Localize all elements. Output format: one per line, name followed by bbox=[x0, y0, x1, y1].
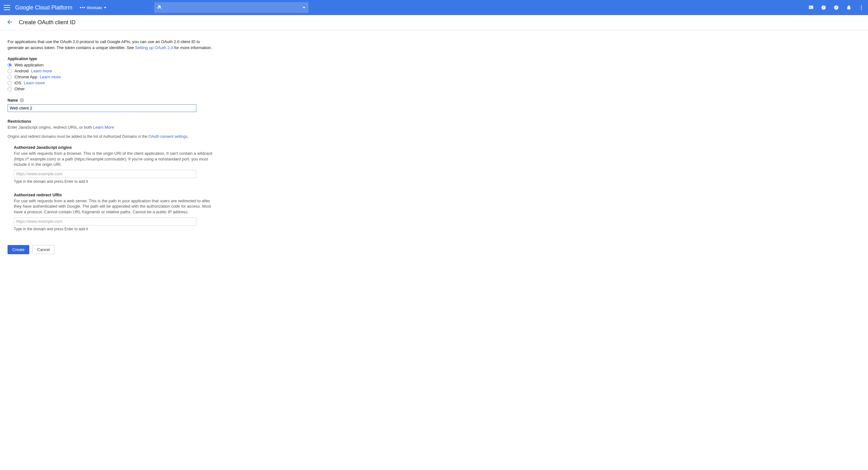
learn-more-ios[interactable]: Learn more bbox=[24, 80, 45, 86]
svg-text:?: ? bbox=[835, 6, 837, 9]
radio-chrome-app[interactable]: Chrome App Learn more bbox=[7, 74, 213, 80]
restrictions-p1: Enter JavaScript origins, redirect URIs,… bbox=[7, 125, 213, 130]
redirect-uris-desc: For use with requests from a web server.… bbox=[14, 198, 213, 215]
intro-suffix: for more information. bbox=[173, 45, 212, 50]
radio-label: Android bbox=[14, 68, 29, 74]
page-title-bar: Create OAuth client ID bbox=[0, 15, 868, 30]
radio-icon[interactable] bbox=[7, 69, 12, 73]
radio-android[interactable]: Android Learn more bbox=[7, 68, 213, 74]
js-origins-section: Authorized JavaScript origins For use wi… bbox=[14, 145, 213, 184]
name-label-row: Name ? bbox=[7, 98, 213, 102]
chevron-down-icon bbox=[104, 7, 106, 8]
cancel-button[interactable]: Cancel bbox=[32, 245, 55, 254]
radio-icon[interactable] bbox=[7, 75, 12, 79]
brand-label: Google Cloud Platform bbox=[15, 4, 72, 11]
svg-rect-1 bbox=[823, 6, 824, 8]
restrictions-learn-more[interactable]: Learn More bbox=[93, 125, 114, 130]
project-name: Workato bbox=[87, 5, 102, 10]
restrictions-p1-text: Enter JavaScript origins, redirect URIs,… bbox=[7, 125, 93, 130]
js-origins-heading: Authorized JavaScript origins bbox=[14, 145, 213, 150]
page-title: Create OAuth client ID bbox=[19, 19, 75, 26]
button-row: Create Cancel bbox=[7, 245, 213, 254]
js-origins-hint: Type in the domain and press Enter to ad… bbox=[14, 179, 213, 184]
restrictions-heading: Restrictions bbox=[7, 119, 213, 124]
help-tooltip-icon[interactable]: ? bbox=[20, 98, 24, 102]
notifications-icon[interactable] bbox=[846, 5, 851, 10]
radio-label: Chrome App bbox=[14, 74, 37, 80]
cloud-shell-icon[interactable] bbox=[808, 5, 814, 10]
js-origins-desc: For use with requests from a browser. Th… bbox=[14, 151, 213, 167]
alert-icon[interactable] bbox=[821, 5, 827, 10]
radio-other[interactable]: Other bbox=[7, 86, 213, 92]
intro-text: For applications that use the OAuth 2.0 … bbox=[7, 39, 213, 51]
back-arrow-icon[interactable] bbox=[6, 19, 13, 26]
radio-label: Web application bbox=[14, 62, 43, 68]
intro-link[interactable]: Setting up OAuth 2.0 bbox=[135, 45, 173, 50]
redirect-uris-section: Authorized redirect URIs For use with re… bbox=[14, 192, 213, 231]
more-icon[interactable] bbox=[859, 5, 864, 10]
svg-rect-2 bbox=[823, 8, 824, 9]
radio-web-application[interactable]: Web application bbox=[7, 62, 213, 68]
oauth-consent-link[interactable]: OAuth consent settings bbox=[149, 134, 188, 139]
application-type-radios: Web application Android Learn more Chrom… bbox=[7, 62, 213, 92]
application-type-label: Application type bbox=[7, 57, 213, 61]
learn-more-android[interactable]: Learn more bbox=[31, 68, 52, 74]
name-input[interactable] bbox=[7, 104, 196, 112]
redirect-uris-input[interactable] bbox=[14, 217, 196, 225]
project-picker[interactable]: Workato bbox=[80, 5, 106, 10]
restrictions-p2: Origins and redirect domains must be add… bbox=[7, 134, 213, 139]
redirect-uris-heading: Authorized redirect URIs bbox=[14, 192, 213, 197]
radio-ios[interactable]: iOS Learn more bbox=[7, 80, 213, 86]
create-button[interactable]: Create bbox=[7, 245, 29, 254]
svg-point-5 bbox=[861, 5, 862, 6]
search-input[interactable] bbox=[165, 5, 300, 10]
name-label: Name bbox=[7, 98, 18, 102]
restrictions-p2-suffix: . bbox=[188, 134, 188, 139]
radio-icon[interactable] bbox=[7, 81, 12, 85]
learn-more-chrome[interactable]: Learn more bbox=[40, 74, 60, 80]
search-icon bbox=[157, 5, 162, 11]
menu-icon[interactable] bbox=[4, 5, 10, 10]
svg-point-7 bbox=[861, 9, 862, 10]
radio-icon[interactable] bbox=[7, 63, 12, 67]
svg-point-6 bbox=[861, 7, 862, 8]
top-bar: Google Cloud Platform Workato ? bbox=[0, 0, 868, 15]
radio-icon[interactable] bbox=[7, 87, 12, 91]
content: For applications that use the OAuth 2.0 … bbox=[0, 30, 220, 263]
restrictions-p2-text: Origins and redirect domains must be add… bbox=[7, 134, 149, 139]
help-icon[interactable]: ? bbox=[833, 5, 839, 10]
chevron-down-icon[interactable] bbox=[303, 7, 305, 8]
radio-label: iOS bbox=[14, 80, 22, 86]
project-icon bbox=[80, 7, 85, 8]
redirect-uris-hint: Type in the domain and press Enter to ad… bbox=[14, 227, 213, 231]
top-right-icons: ? bbox=[808, 5, 864, 10]
radio-label: Other bbox=[14, 86, 25, 92]
search-bar[interactable] bbox=[154, 2, 308, 13]
js-origins-input[interactable] bbox=[14, 170, 196, 178]
